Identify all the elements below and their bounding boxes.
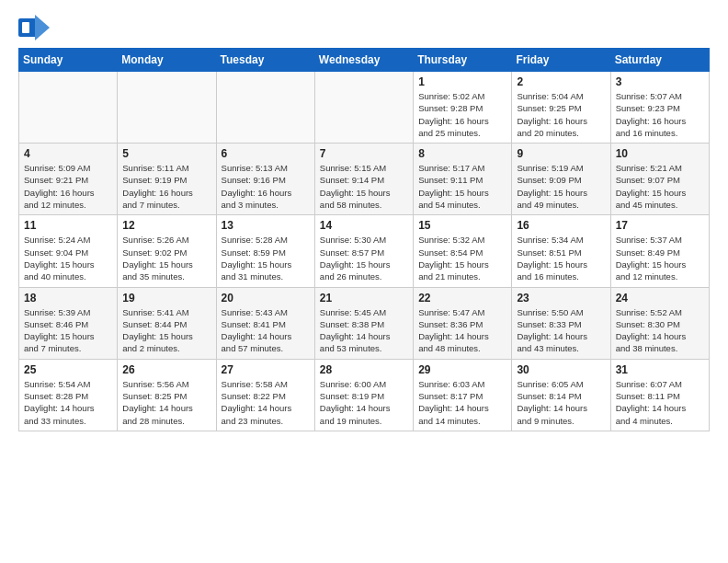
weekday-header: Tuesday <box>216 49 314 72</box>
calendar-cell: 29Sunrise: 6:03 AMSunset: 8:17 PMDayligh… <box>414 359 512 431</box>
calendar-cell: 19Sunrise: 5:41 AMSunset: 8:44 PMDayligh… <box>118 287 216 359</box>
calendar-cell: 30Sunrise: 6:05 AMSunset: 8:14 PMDayligh… <box>512 359 610 431</box>
calendar-cell: 21Sunrise: 5:45 AMSunset: 8:38 PMDayligh… <box>314 287 413 359</box>
day-info: Sunrise: 5:28 AMSunset: 8:59 PMDaylight:… <box>222 234 310 282</box>
day-number: 16 <box>517 219 605 232</box>
day-number: 22 <box>418 292 506 304</box>
calendar-week-row: 11Sunrise: 5:24 AMSunset: 9:04 PMDayligh… <box>19 215 710 287</box>
day-info: Sunrise: 5:54 AMSunset: 8:28 PMDaylight:… <box>24 378 112 427</box>
calendar-cell: 9Sunrise: 5:19 AMSunset: 9:09 PMDaylight… <box>512 144 610 215</box>
day-info: Sunrise: 6:05 AMSunset: 8:14 PMDaylight:… <box>517 378 605 427</box>
day-info: Sunrise: 5:43 AMSunset: 8:41 PMDaylight:… <box>222 306 310 355</box>
day-info: Sunrise: 6:03 AMSunset: 8:17 PMDaylight:… <box>418 378 506 427</box>
day-info: Sunrise: 5:52 AMSunset: 8:30 PMDaylight:… <box>616 306 704 355</box>
weekday-header: Wednesday <box>314 49 413 72</box>
calendar-header-row: SundayMondayTuesdayWednesdayThursdayFrid… <box>19 49 710 72</box>
day-number: 27 <box>222 363 310 376</box>
calendar-week-row: 25Sunrise: 5:54 AMSunset: 8:28 PMDayligh… <box>19 359 710 431</box>
day-number: 31 <box>616 363 704 376</box>
day-number: 10 <box>616 147 704 160</box>
day-info: Sunrise: 5:24 AMSunset: 9:04 PMDaylight:… <box>24 234 112 282</box>
day-info: Sunrise: 6:07 AMSunset: 8:11 PMDaylight:… <box>616 378 704 427</box>
day-info: Sunrise: 5:32 AMSunset: 8:54 PMDaylight:… <box>418 234 506 282</box>
calendar-cell: 17Sunrise: 5:37 AMSunset: 8:49 PMDayligh… <box>610 215 709 287</box>
weekday-header: Friday <box>512 49 610 72</box>
day-info: Sunrise: 5:17 AMSunset: 9:11 PMDaylight:… <box>418 162 506 211</box>
calendar-cell: 11Sunrise: 5:24 AMSunset: 9:04 PMDayligh… <box>19 215 118 287</box>
calendar-table: SundayMondayTuesdayWednesdayThursdayFrid… <box>18 48 710 431</box>
day-number: 4 <box>24 147 112 160</box>
day-number: 11 <box>24 219 112 232</box>
calendar-cell: 24Sunrise: 5:52 AMSunset: 8:30 PMDayligh… <box>610 287 709 359</box>
day-number: 1 <box>418 75 506 88</box>
calendar-cell: 22Sunrise: 5:47 AMSunset: 8:36 PMDayligh… <box>414 287 512 359</box>
day-info: Sunrise: 5:07 AMSunset: 9:23 PMDaylight:… <box>616 90 704 139</box>
day-info: Sunrise: 5:15 AMSunset: 9:14 PMDaylight:… <box>320 162 408 211</box>
calendar-week-row: 18Sunrise: 5:39 AMSunset: 8:46 PMDayligh… <box>19 287 710 359</box>
calendar-cell: 7Sunrise: 5:15 AMSunset: 9:14 PMDaylight… <box>314 144 413 215</box>
calendar-cell: 3Sunrise: 5:07 AMSunset: 9:23 PMDaylight… <box>610 72 709 144</box>
day-info: Sunrise: 5:39 AMSunset: 8:46 PMDaylight:… <box>24 306 112 355</box>
day-number: 5 <box>122 147 210 160</box>
day-number: 29 <box>418 363 506 376</box>
calendar-cell: 5Sunrise: 5:11 AMSunset: 9:19 PMDaylight… <box>118 144 216 215</box>
day-info: Sunrise: 5:26 AMSunset: 9:02 PMDaylight:… <box>122 234 210 282</box>
day-number: 2 <box>517 75 605 88</box>
day-number: 20 <box>222 292 310 304</box>
svg-rect-2 <box>22 22 29 33</box>
calendar-cell: 28Sunrise: 6:00 AMSunset: 8:19 PMDayligh… <box>314 359 413 431</box>
weekday-header: Saturday <box>610 49 709 72</box>
calendar-cell: 15Sunrise: 5:32 AMSunset: 8:54 PMDayligh… <box>414 215 512 287</box>
day-number: 8 <box>418 147 506 160</box>
day-number: 9 <box>517 147 605 160</box>
day-number: 3 <box>616 75 704 88</box>
calendar-cell <box>314 72 413 144</box>
day-number: 25 <box>24 363 112 376</box>
day-info: Sunrise: 5:13 AMSunset: 9:16 PMDaylight:… <box>222 162 310 211</box>
day-number: 23 <box>517 292 605 304</box>
calendar-cell: 20Sunrise: 5:43 AMSunset: 8:41 PMDayligh… <box>216 287 314 359</box>
svg-marker-1 <box>35 15 50 40</box>
calendar-week-row: 4Sunrise: 5:09 AMSunset: 9:21 PMDaylight… <box>19 144 710 215</box>
day-number: 6 <box>222 147 310 160</box>
calendar-cell: 2Sunrise: 5:04 AMSunset: 9:25 PMDaylight… <box>512 72 610 144</box>
day-info: Sunrise: 5:58 AMSunset: 8:22 PMDaylight:… <box>222 378 310 427</box>
calendar-cell: 23Sunrise: 5:50 AMSunset: 8:33 PMDayligh… <box>512 287 610 359</box>
day-info: Sunrise: 5:45 AMSunset: 8:38 PMDaylight:… <box>320 306 408 355</box>
day-number: 14 <box>320 219 408 232</box>
logo <box>18 15 53 40</box>
day-number: 24 <box>616 292 704 304</box>
day-info: Sunrise: 5:37 AMSunset: 8:49 PMDaylight:… <box>616 234 704 282</box>
calendar-cell <box>216 72 314 144</box>
weekday-header: Thursday <box>414 49 512 72</box>
day-info: Sunrise: 6:00 AMSunset: 8:19 PMDaylight:… <box>320 378 408 427</box>
day-number: 15 <box>418 219 506 232</box>
day-info: Sunrise: 5:41 AMSunset: 8:44 PMDaylight:… <box>122 306 210 355</box>
day-number: 28 <box>320 363 408 376</box>
day-info: Sunrise: 5:04 AMSunset: 9:25 PMDaylight:… <box>517 90 605 139</box>
logo-icon <box>18 15 50 40</box>
calendar-cell: 16Sunrise: 5:34 AMSunset: 8:51 PMDayligh… <box>512 215 610 287</box>
calendar-week-row: 1Sunrise: 5:02 AMSunset: 9:28 PMDaylight… <box>19 72 710 144</box>
day-info: Sunrise: 5:30 AMSunset: 8:57 PMDaylight:… <box>320 234 408 282</box>
day-number: 12 <box>122 219 210 232</box>
calendar-cell: 10Sunrise: 5:21 AMSunset: 9:07 PMDayligh… <box>610 144 709 215</box>
day-info: Sunrise: 5:19 AMSunset: 9:09 PMDaylight:… <box>517 162 605 211</box>
calendar-cell: 14Sunrise: 5:30 AMSunset: 8:57 PMDayligh… <box>314 215 413 287</box>
day-info: Sunrise: 5:02 AMSunset: 9:28 PMDaylight:… <box>418 90 506 139</box>
day-number: 19 <box>122 292 210 304</box>
calendar-cell <box>118 72 216 144</box>
day-info: Sunrise: 5:56 AMSunset: 8:25 PMDaylight:… <box>122 378 210 427</box>
day-number: 17 <box>616 219 704 232</box>
header <box>18 15 710 40</box>
day-number: 13 <box>222 219 310 232</box>
calendar-cell: 1Sunrise: 5:02 AMSunset: 9:28 PMDaylight… <box>414 72 512 144</box>
day-info: Sunrise: 5:47 AMSunset: 8:36 PMDaylight:… <box>418 306 506 355</box>
calendar-cell: 6Sunrise: 5:13 AMSunset: 9:16 PMDaylight… <box>216 144 314 215</box>
calendar-cell: 31Sunrise: 6:07 AMSunset: 8:11 PMDayligh… <box>610 359 709 431</box>
day-info: Sunrise: 5:21 AMSunset: 9:07 PMDaylight:… <box>616 162 704 211</box>
calendar-cell <box>19 72 118 144</box>
weekday-header: Sunday <box>19 49 118 72</box>
day-number: 21 <box>320 292 408 304</box>
day-info: Sunrise: 5:50 AMSunset: 8:33 PMDaylight:… <box>517 306 605 355</box>
